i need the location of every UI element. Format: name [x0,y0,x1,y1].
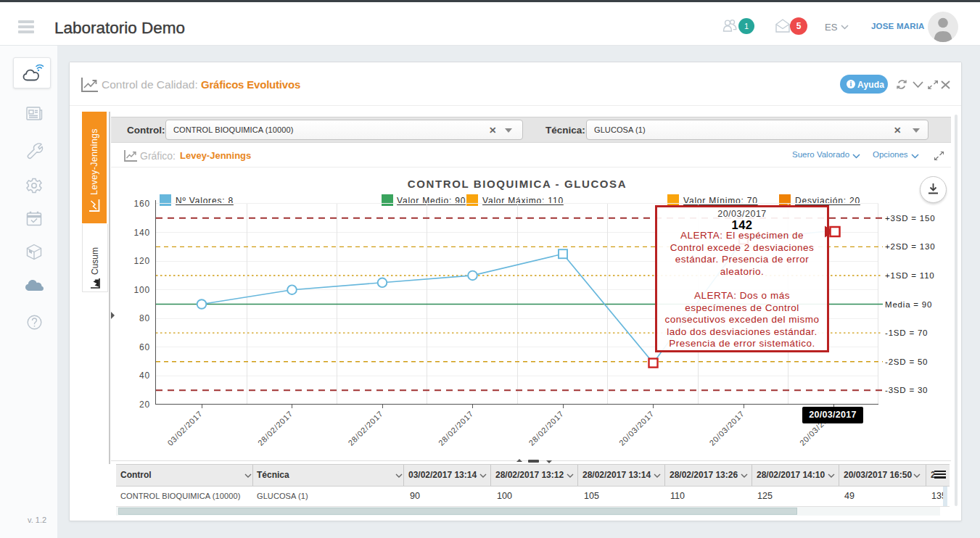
svg-text:28/02/2017: 28/02/2017 [346,409,384,447]
svg-text:20: 20 [139,400,150,410]
svg-text:-2SD = 50: -2SD = 50 [885,357,928,366]
svg-text:+1SD = 110: +1SD = 110 [885,271,935,280]
svg-text:20/03/2017: 20/03/2017 [617,409,656,447]
svg-text:+3SD = 150: +3SD = 150 [885,214,935,223]
svg-text:28/02/2017: 28/02/2017 [256,409,295,447]
svg-text:160: 160 [134,199,150,209]
svg-text:28/02/2017: 28/02/2017 [527,409,565,447]
svg-text:+2SD = 130: +2SD = 130 [885,242,935,251]
svg-text:-3SD = 30: -3SD = 30 [885,386,928,394]
svg-text:Media = 90: Media = 90 [885,300,932,309]
svg-text:03/02/2017: 03/02/2017 [165,409,204,447]
svg-text:120: 120 [134,256,150,266]
svg-text:28/02/2017: 28/02/2017 [437,409,475,447]
svg-text:20/03/2017: 20/03/2017 [707,409,746,447]
svg-text:80: 80 [139,313,150,323]
svg-text:100: 100 [134,285,150,295]
svg-text:-1SD = 70: -1SD = 70 [885,328,928,337]
svg-text:60: 60 [139,342,150,352]
svg-text:140: 140 [134,228,150,238]
svg-text:40: 40 [139,371,150,381]
